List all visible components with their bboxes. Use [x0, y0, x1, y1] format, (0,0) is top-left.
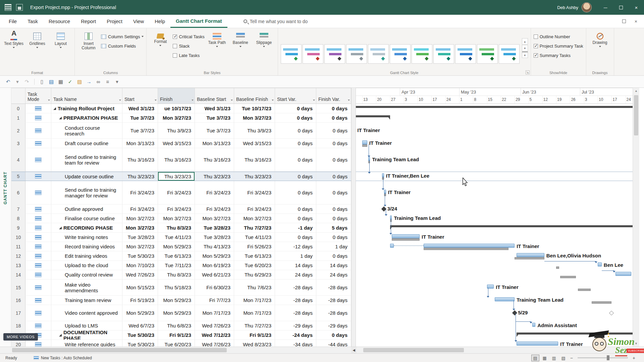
undo-dropdown[interactable]: ▾	[13, 78, 21, 86]
table-scroll-thumb[interactable]	[12, 348, 227, 352]
column-header-start[interactable]: Start	[122, 88, 158, 104]
bstart-cell[interactable]: Mon 5/29/23	[195, 251, 234, 261]
fvar-cell[interactable]: -44 days	[316, 340, 351, 347]
finish-cell[interactable]: Fri 9/1/23	[158, 330, 195, 340]
start-cell[interactable]: Mon 3/27/23	[122, 214, 158, 223]
task-name-cell[interactable]: Outline approved	[51, 204, 122, 214]
subscribe-badge[interactable]: SUBSCRIBE	[627, 349, 644, 353]
finish-cell[interactable]: Tue 6/13/23	[158, 251, 195, 261]
task-name-cell[interactable]: PREPARATION PHASE	[51, 113, 122, 123]
task-mode-cell[interactable]	[25, 204, 51, 214]
gantt-task-bar[interactable]	[424, 244, 515, 248]
bfinish-cell[interactable]: Tue 6/20/23	[234, 261, 275, 270]
bstart-cell[interactable]: Thu 4/13/23	[195, 242, 234, 251]
column-header-name[interactable]: Task Name	[51, 88, 122, 104]
print-button[interactable]: ▦	[57, 78, 65, 86]
row-number[interactable]: 18	[11, 321, 25, 330]
row-number[interactable]: 7	[11, 204, 25, 214]
table-row[interactable]: 11Record training videosMon 3/27/23Mon 5…	[11, 242, 351, 251]
row-number[interactable]: 11	[11, 242, 25, 251]
gridlines-button[interactable]: Gridlines	[26, 31, 48, 69]
start-cell[interactable]: Tue 3/7/23	[122, 123, 158, 139]
close-button[interactable]: ×	[629, 0, 644, 15]
bfinish-cell[interactable]: Fri 3/24/23	[234, 181, 275, 204]
start-cell[interactable]: Thu 3/16/23	[122, 148, 158, 172]
minimize-button[interactable]: ─	[598, 0, 613, 15]
table-row[interactable]: 9RECORDING PHASEMon 3/27/23Thu 8/3/23Tue…	[11, 223, 351, 233]
fvar-cell[interactable]: -28 days	[316, 280, 351, 296]
tab-resource[interactable]: Resource	[43, 15, 75, 28]
finish-cell[interactable]: Tue 7/11/23	[158, 261, 195, 270]
gantt-style-option-8[interactable]	[433, 44, 454, 64]
format-bar-button[interactable]: Format	[149, 31, 171, 69]
task-mode-cell[interactable]	[25, 214, 51, 223]
spelling-button[interactable]: ✓	[66, 78, 74, 86]
redo-button[interactable]: ↷	[23, 78, 31, 86]
gantt-task-bar[interactable]	[390, 244, 394, 248]
task-mode-cell[interactable]	[25, 172, 51, 181]
task-name-cell[interactable]: RECORDING PHASE	[51, 223, 122, 233]
critical-tasks-checkbox[interactable]	[173, 35, 177, 39]
tab-view[interactable]: View	[128, 15, 149, 28]
column-header-bfinish[interactable]: Baseline Finish	[234, 88, 275, 104]
table-row[interactable]: 0Training Rollout ProjectWed 3/1/23ue 10…	[11, 104, 351, 113]
start-cell[interactable]: Mon 3/27/23	[122, 242, 158, 251]
task-name-cell[interactable]: Finalise course outline	[51, 214, 122, 223]
row-number[interactable]: 14	[11, 270, 25, 280]
slippage-button[interactable]: Slippage	[253, 31, 275, 69]
bfinish-cell[interactable]: Thu 3/16/23	[234, 148, 275, 172]
project-summary-task-option[interactable]: Project Summary Task	[534, 42, 583, 50]
doc-restore-icon[interactable]	[622, 19, 626, 23]
summary-tasks-checkbox[interactable]	[534, 53, 538, 58]
start-cell[interactable]: Wed 6/7/23	[122, 321, 158, 330]
bstart-cell[interactable]: Mon 6/19/23	[195, 261, 234, 270]
finish-cell[interactable]: Fri 3/24/23	[158, 181, 195, 204]
new-file-button[interactable]: ▯	[38, 78, 46, 86]
start-cell[interactable]: Fri 3/24/23	[122, 204, 158, 214]
summary-tasks-option[interactable]: Summary Tasks	[534, 52, 583, 59]
fvar-cell[interactable]: 0 days	[316, 104, 351, 113]
column-header-mode[interactable]: Task Mode	[25, 88, 51, 104]
finish-cell[interactable]: Thu 8/3/23	[158, 223, 195, 233]
finish-cell[interactable]: Thu 3/23/23	[158, 172, 195, 181]
qat-overflow-button[interactable]: ▾	[113, 78, 121, 86]
row-number[interactable]: 10	[11, 233, 25, 242]
bfinish-cell[interactable]: Mon 3/27/23	[234, 113, 275, 123]
svar-cell[interactable]: 0 days	[275, 139, 316, 148]
column-header-fvar[interactable]: Finish Var.	[316, 88, 351, 104]
table-row[interactable]: 3Draft course outlineMon 3/13/23Wed 3/15…	[11, 139, 351, 148]
outline-button[interactable]: ≡	[104, 78, 112, 86]
row-number[interactable]: 13	[11, 261, 25, 270]
highlight-button[interactable]: ▨	[75, 78, 84, 86]
start-cell[interactable]: Fri 3/24/23	[122, 181, 158, 204]
task-name-cell[interactable]: Make video ammendments	[51, 280, 122, 296]
start-cell[interactable]: Tue 3/7/23	[122, 113, 158, 123]
task-mode-cell[interactable]	[25, 321, 51, 330]
fvar-cell[interactable]: 5 days	[316, 223, 351, 233]
table-row[interactable]: 6Send outline to training manager for re…	[11, 181, 351, 204]
late-tasks-option[interactable]: Late Tasks	[173, 52, 204, 59]
table-row[interactable]: 1PREPARATION PHASETue 3/7/23Mon 3/27/23T…	[11, 113, 351, 123]
svar-cell[interactable]: 0 days	[275, 204, 316, 214]
bstart-cell[interactable]: Wed 3/1/23	[195, 104, 234, 113]
expand-triangle-icon[interactable]	[53, 107, 56, 110]
report-view-icon[interactable]: ▧	[559, 355, 568, 361]
task-mode-cell[interactable]	[25, 251, 51, 261]
scroll-left-icon[interactable]: ◀	[351, 347, 357, 354]
finish-cell[interactable]: Tue 6/20/23	[158, 340, 195, 347]
task-mode-cell[interactable]	[25, 270, 51, 280]
bfinish-cell[interactable]: Thu 7/6/23	[234, 280, 275, 296]
link-tasks-button[interactable]: ∞	[94, 78, 102, 86]
tab-gantt-chart-format[interactable]: Gantt Chart Format	[170, 15, 227, 28]
fvar-cell[interactable]: -28 days	[316, 296, 351, 305]
gantt-scroll-thumb[interactable]	[363, 348, 464, 352]
start-cell[interactable]: Mon 5/15/23	[122, 280, 158, 296]
zoom-out-button[interactable]: −	[570, 355, 573, 361]
table-row[interactable]: 15Make video ammendmentsMon 5/15/23Thu 5…	[11, 280, 351, 296]
table-row[interactable]: 20Write reference guidesTue 5/30/23Tue 6…	[11, 340, 351, 347]
task-mode-cell[interactable]	[25, 104, 51, 113]
svar-cell[interactable]: -28 days	[275, 305, 316, 321]
row-number[interactable]: 8	[11, 214, 25, 223]
restore-button[interactable]	[613, 0, 629, 15]
finish-cell[interactable]: Fri 3/24/23	[158, 204, 195, 214]
